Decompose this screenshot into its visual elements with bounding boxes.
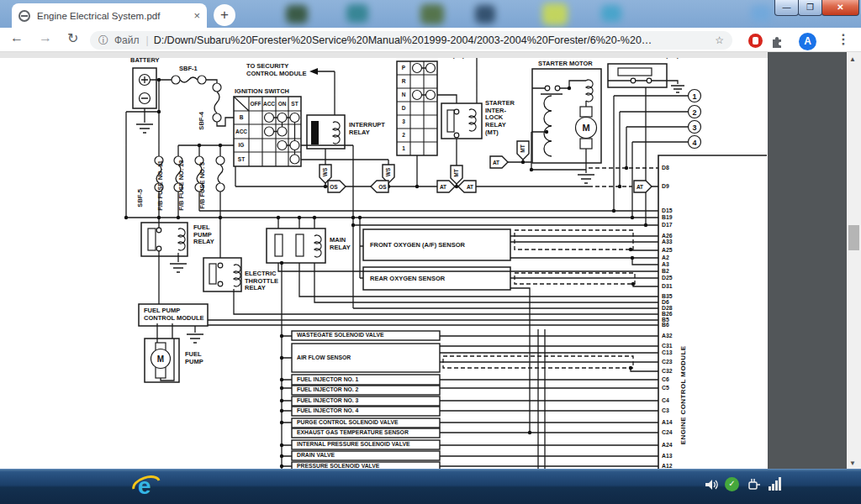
fb-fuse-5-label: F/B FUSE NO. 5 <box>199 162 207 209</box>
component-box-label: INTERNAL PRESSURE SOLENOID VALVE <box>293 440 438 449</box>
table-cell-label: 1 <box>402 146 405 152</box>
ecm-pin-label: A14 <box>662 420 672 426</box>
pdf-viewer[interactable]: ▲ ▼ <box>0 52 861 469</box>
menu-dots-icon[interactable]: ⋮ <box>837 31 850 47</box>
os-connector-label: OS <box>378 184 387 190</box>
interrupt-relay-label: INTERRUPT RELAY <box>349 122 385 136</box>
main-relay-label: MAIN RELAY <box>330 237 351 251</box>
ecm-label: ENGINE CONTROL MODULE <box>679 346 687 445</box>
ws-connector-label: WS <box>322 167 328 176</box>
component-box-label: FUEL INJECTOR NO. 4 <box>293 407 438 416</box>
desktop-icon-blob <box>751 5 771 22</box>
tab-title: Engine Electrical System.pdf <box>37 11 188 21</box>
rear-oxygen-sensor-label: REAR OXYGEN SENSOR <box>370 276 445 283</box>
network-signal-icon[interactable] <box>769 475 785 491</box>
ecm-pin-label: C6 <box>662 377 669 383</box>
starter-motor-label: STARTER MOTOR <box>538 60 593 68</box>
minimize-button[interactable]: — <box>774 0 799 16</box>
ecm-pin-label: D31 <box>662 284 672 290</box>
desktop-icon-blob <box>601 5 621 22</box>
table-cell-label: 2 <box>402 133 405 139</box>
ecm-pin-label: C31 <box>662 344 672 349</box>
table-cell-label: D <box>402 106 406 112</box>
ecm-pin-label: A32 <box>662 333 672 339</box>
ecm-pin-label: A33 <box>662 239 672 245</box>
ecm-pin-label: D15 <box>662 208 672 214</box>
ecm-pin-label: C5 <box>662 386 669 391</box>
volume-icon[interactable] <box>705 478 720 491</box>
safely-remove-hardware-icon[interactable] <box>747 476 762 491</box>
component-box-label: EXHAUST GAS TEMPERATURE SENSOR <box>293 428 438 438</box>
desktop-icon-blob <box>346 4 368 23</box>
ecm-pin-label: B19 <box>662 215 672 221</box>
ecm-pin-label: D17 <box>662 223 672 228</box>
reload-icon[interactable]: ↻ <box>67 30 78 46</box>
starter-motor-m: M <box>582 123 589 133</box>
ecm-pin-label: C3 <box>662 408 669 414</box>
component-box-label: FUEL INJECTOR NO. 2 <box>293 386 438 395</box>
fuel-pump-m: M <box>157 354 164 364</box>
close-button[interactable]: ✕ <box>821 0 859 16</box>
address-bar[interactable]: ⓘ Файл | D:/Down/Subaru%20Forester%20Ser… <box>90 31 732 50</box>
ecm-pin-label: C4 <box>662 398 669 404</box>
component-box-label: DRAIN VALVE <box>293 451 438 460</box>
front-o2-shield <box>515 230 633 249</box>
ecm-pin-label: D25 <box>662 276 672 281</box>
component-box-label: PRESSURE SOLENOID VALVE <box>293 462 438 469</box>
profile-avatar[interactable]: A <box>799 33 816 50</box>
ecm-pin-label: A25 <box>662 248 672 254</box>
ecm-pin-label: C32 <box>662 369 672 375</box>
mt-connector-label: MT <box>520 144 526 152</box>
ecm-pin-label: A2 <box>662 255 669 261</box>
table-cell-label: B <box>240 115 244 121</box>
sbf1-label: SBF-1 <box>179 66 198 73</box>
component-box-label: WASTEGATE SOLENOID VALVE <box>293 331 438 340</box>
ecm-pin-label: B6 <box>662 323 669 328</box>
extensions-puzzle-icon[interactable] <box>770 34 784 48</box>
ring-number: 3 <box>692 123 696 132</box>
component-box-label: AIR FLOW SENSOR <box>293 344 438 372</box>
browser-tab[interactable]: Engine Electrical System.pdf × <box>12 3 207 28</box>
maximize-button[interactable]: ❐ <box>798 0 822 16</box>
ignition-switch-label: IGNITION SWITCH <box>235 88 289 96</box>
back-icon[interactable]: ← <box>10 30 24 45</box>
sbf4-label: SBF-4 <box>198 112 206 130</box>
adblock-extension-icon[interactable] <box>748 34 763 48</box>
desktop-icon-blob <box>475 5 495 24</box>
table-cell-label: OFF <box>251 101 261 107</box>
security-arrow-icon <box>309 68 318 75</box>
forward-icon[interactable]: → <box>39 30 52 45</box>
desktop-icon-blob <box>542 3 568 25</box>
ring-number: 2 <box>692 108 696 117</box>
at-connector-label: AT <box>467 184 473 190</box>
desktop-icon-blob <box>420 4 444 24</box>
url-text[interactable]: D:/Down/Subaru%20Forester%20Service%20Ma… <box>154 34 716 46</box>
fb-fuse-11-label: F/B FUSE NO. 11 <box>157 160 165 211</box>
ecm-pin-label: A13 <box>662 454 672 459</box>
security-ok-tray-icon[interactable]: ✓ <box>725 477 739 491</box>
mt-connector-label: MT <box>453 169 459 176</box>
component-box-label: PURGE CONTROL SOLENOID VALVE <box>293 418 438 428</box>
fb-fuse-13-label: F/B FUSE NO. 13 <box>178 160 186 211</box>
info-icon[interactable]: ⓘ <box>98 34 108 48</box>
tab-close-icon[interactable]: × <box>193 9 200 22</box>
omnibox-divider: | <box>146 34 149 46</box>
fuse-elements <box>156 77 223 183</box>
table-cell-label: ACC <box>263 101 275 107</box>
pdf-favicon-icon <box>18 10 30 22</box>
new-tab-button[interactable]: + <box>214 4 235 26</box>
component-box-label: FUEL INJECTOR NO. 3 <box>293 396 438 406</box>
ring-number: 1 <box>692 92 696 101</box>
ecm-pin-label: A24 <box>662 443 672 449</box>
table-cell-label: ST <box>291 101 298 107</box>
desktop-icon-blob <box>286 5 308 24</box>
bookmark-star-icon[interactable]: ☆ <box>715 34 724 46</box>
sbf5-label: SBF-5 <box>137 189 145 207</box>
table-cell-label: ON <box>278 101 287 107</box>
table-cell-label: N <box>402 92 406 98</box>
file-scheme-label: Файл <box>114 34 140 46</box>
ws-connector-label: WS <box>385 167 391 176</box>
window-controls: — ❐ ✕ <box>775 0 859 16</box>
ecm-pin-label: B2 <box>662 269 669 275</box>
internet-explorer-taskbar-icon[interactable]: e <box>132 472 161 501</box>
